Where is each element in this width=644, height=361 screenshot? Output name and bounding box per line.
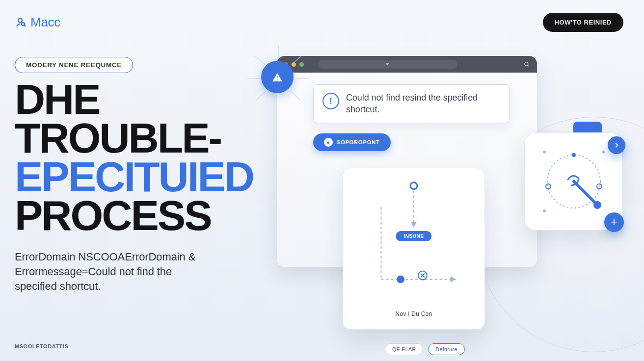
brand[interactable]: Macc xyxy=(15,15,60,30)
main: MODERY NENE REEQUMCE DHE TROUBLE- EPECIT… xyxy=(0,42,644,332)
report-button-label: SOPOROPONT xyxy=(337,139,380,145)
svg-point-20 xyxy=(546,184,551,189)
next-arrow-button[interactable] xyxy=(608,136,625,154)
warning-triangle-icon xyxy=(272,73,282,81)
hero-eyebrow-pill: MODERY NENE REEQUMCE xyxy=(15,57,133,73)
svg-line-22 xyxy=(574,181,597,205)
hero-title-line-1: DHE xyxy=(15,80,253,119)
svg-line-7 xyxy=(256,91,266,100)
hero-title-line-4: PROCESS xyxy=(15,196,253,235)
report-bullet-icon: ● xyxy=(324,138,333,147)
hero-sub-line-2: Errormessage=Could not find the xyxy=(15,265,172,278)
header: Macc HOW'TO REINIED xyxy=(0,0,644,42)
flow-card: INSUNE Nov I Du Con xyxy=(343,168,485,330)
hero-title-line-2: TROUBLE- xyxy=(15,119,253,157)
svg-point-0 xyxy=(18,18,22,22)
chip-secondary[interactable]: QE ELAR xyxy=(385,343,423,355)
svg-line-8 xyxy=(291,91,300,100)
error-dialog-message: Could not find resind the specified shor… xyxy=(346,92,500,116)
hero-subtitle: ErrorDomain NSCOOAErrorDomain & Errormes… xyxy=(15,250,226,293)
svg-point-21 xyxy=(597,184,602,189)
flow-node-pill[interactable]: INSUNE xyxy=(396,231,431,241)
illustration-column: ! Could not find resind the specified sh… xyxy=(263,57,629,332)
hero-title: DHE TROUBLE- EPECITUIED PROCESS xyxy=(15,80,253,235)
report-button[interactable]: ● SOPOROPONT xyxy=(313,133,391,151)
search-person-icon xyxy=(15,17,27,28)
svg-point-10 xyxy=(410,182,417,189)
svg-point-1 xyxy=(22,22,25,25)
svg-line-4 xyxy=(292,56,301,65)
hero-title-line-3: EPECITUIED xyxy=(15,157,253,196)
svg-point-25 xyxy=(602,151,605,154)
browser-titlebar xyxy=(277,56,537,73)
search-icon[interactable] xyxy=(523,61,530,68)
svg-point-26 xyxy=(543,209,546,212)
svg-point-23 xyxy=(593,201,601,209)
svg-point-9 xyxy=(525,62,528,66)
footer-tag: MSOOLETODATTIS xyxy=(15,343,68,349)
chip-primary[interactable]: Defnrure xyxy=(428,343,464,355)
hero-column: MODERY NENE REEQUMCE DHE TROUBLE- EPECIT… xyxy=(15,57,253,332)
svg-line-3 xyxy=(255,56,265,65)
plus-icon: + xyxy=(611,216,617,229)
flow-actions: QE ELAR Defnrure xyxy=(385,343,465,355)
svg-point-19 xyxy=(572,153,576,157)
flow-diagram-icon xyxy=(343,168,484,329)
alert-badge xyxy=(261,61,294,93)
info-exclamation-icon: ! xyxy=(322,93,339,109)
add-button[interactable]: + xyxy=(604,212,624,232)
header-cta-button[interactable]: HOW'TO REINIED xyxy=(543,13,623,32)
hero-sub-line-1: ErrorDomain NSCOOAErrorDomain & xyxy=(15,251,195,263)
hero-sub-line-3: specified shortcut. xyxy=(15,280,101,292)
address-bar[interactable] xyxy=(318,60,457,69)
brand-label: Macc xyxy=(30,15,60,30)
error-dialog: ! Could not find resind the specified sh… xyxy=(313,84,510,123)
flow-caption: Nov I Du Con xyxy=(396,310,432,317)
svg-point-24 xyxy=(543,151,546,154)
chevron-right-icon xyxy=(613,142,620,149)
svg-point-14 xyxy=(397,275,404,283)
illustration-stage: ! Could not find resind the specified sh… xyxy=(263,57,629,332)
